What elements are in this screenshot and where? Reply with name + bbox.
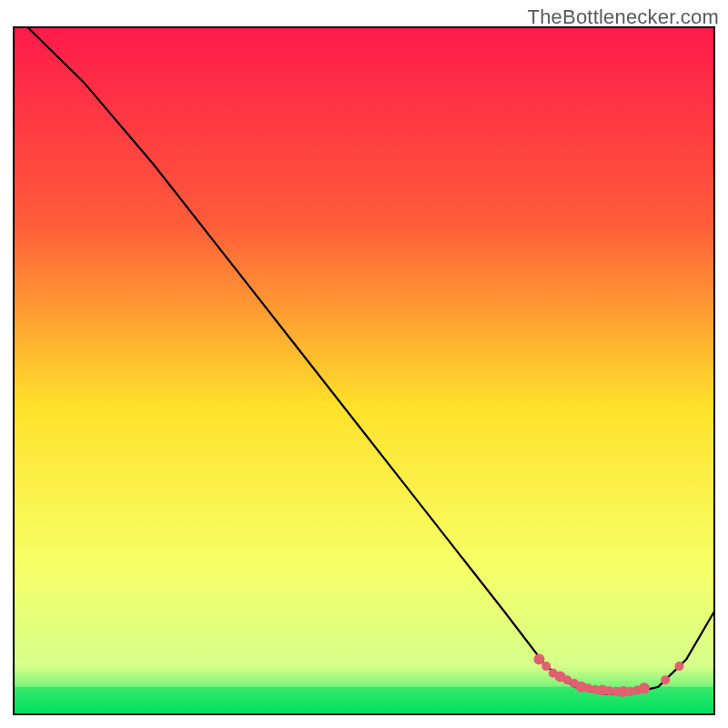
bottleneck-chart (0, 0, 728, 728)
gradient-background (14, 27, 714, 714)
marker-dot (541, 662, 551, 671)
marker-dot (661, 675, 670, 684)
chart-container: TheBottlenecker.com (0, 0, 728, 728)
marker-dot (675, 662, 684, 671)
attribution-text: TheBottlenecker.com (528, 5, 719, 29)
marker-dot (639, 682, 650, 693)
